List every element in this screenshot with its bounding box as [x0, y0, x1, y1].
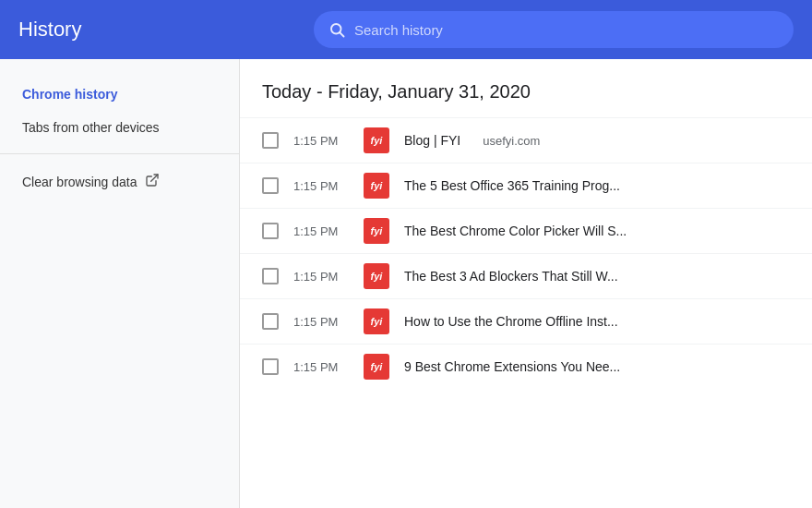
history-item-time: 1:15 PM	[293, 224, 349, 238]
sidebar: Chrome history Tabs from other devices C…	[0, 59, 240, 508]
history-item-favicon: fyi	[364, 218, 389, 244]
svg-line-2	[150, 175, 157, 181]
history-item-checkbox[interactable]	[262, 268, 279, 284]
history-item-checkbox[interactable]	[262, 223, 279, 239]
search-input[interactable]	[354, 22, 779, 38]
search-bar[interactable]	[314, 11, 794, 48]
history-item[interactable]: 1:15 PM fyi The Best Chrome Color Picker…	[240, 208, 812, 253]
history-item-time: 1:15 PM	[293, 179, 349, 193]
history-item-checkbox[interactable]	[262, 313, 279, 330]
history-item[interactable]: 1:15 PM fyi Blog | FYI usefyi.com	[240, 117, 812, 163]
history-item-favicon: fyi	[364, 354, 389, 380]
history-item-favicon: fyi	[364, 127, 389, 153]
history-item-domain: usefyi.com	[483, 134, 540, 148]
history-item-checkbox[interactable]	[262, 177, 279, 194]
history-item-time: 1:15 PM	[293, 315, 349, 329]
history-item-title: Blog | FYI	[404, 133, 460, 148]
history-item-title: The Best 3 Ad Blockers That Still W...	[404, 269, 618, 284]
history-item[interactable]: 1:15 PM fyi The 5 Best Office 365 Traini…	[240, 163, 812, 208]
history-item-title: The Best Chrome Color Picker Will S...	[404, 224, 627, 238]
history-item-checkbox[interactable]	[262, 358, 279, 375]
history-list: 1:15 PM fyi Blog | FYI usefyi.com 1:15 P…	[240, 117, 812, 389]
history-item-favicon: fyi	[364, 263, 389, 289]
history-item[interactable]: 1:15 PM fyi 9 Best Chrome Extensions You…	[240, 344, 812, 389]
history-item-checkbox[interactable]	[262, 132, 279, 149]
sidebar-item-chrome-history[interactable]: Chrome history	[0, 78, 239, 111]
date-heading: Today - Friday, January 31, 2020	[240, 81, 812, 117]
clear-browsing-label: Clear browsing data	[22, 175, 137, 189]
history-item-title: The 5 Best Office 365 Training Prog...	[404, 178, 620, 193]
page-title: History	[18, 18, 166, 42]
svg-line-1	[340, 32, 343, 36]
history-item-time: 1:15 PM	[293, 134, 349, 148]
history-item-title: 9 Best Chrome Extensions You Nee...	[404, 359, 620, 374]
sidebar-divider	[0, 153, 239, 154]
history-item-favicon: fyi	[364, 173, 389, 199]
content-area: Today - Friday, January 31, 2020 1:15 PM…	[240, 59, 812, 508]
sidebar-item-tabs-other[interactable]: Tabs from other devices	[0, 111, 239, 144]
external-link-icon	[145, 173, 160, 191]
clear-browsing-data-button[interactable]: Clear browsing data	[0, 163, 239, 200]
search-icon	[328, 21, 345, 38]
history-item-time: 1:15 PM	[293, 270, 349, 284]
history-item[interactable]: 1:15 PM fyi How to Use the Chrome Offlin…	[240, 298, 812, 344]
header: History	[0, 0, 812, 59]
history-item-favicon: fyi	[364, 308, 389, 334]
history-item[interactable]: 1:15 PM fyi The Best 3 Ad Blockers That …	[240, 253, 812, 298]
main-layout: Chrome history Tabs from other devices C…	[0, 59, 812, 508]
history-item-time: 1:15 PM	[293, 360, 349, 374]
history-item-title: How to Use the Chrome Offline Inst...	[404, 314, 618, 329]
